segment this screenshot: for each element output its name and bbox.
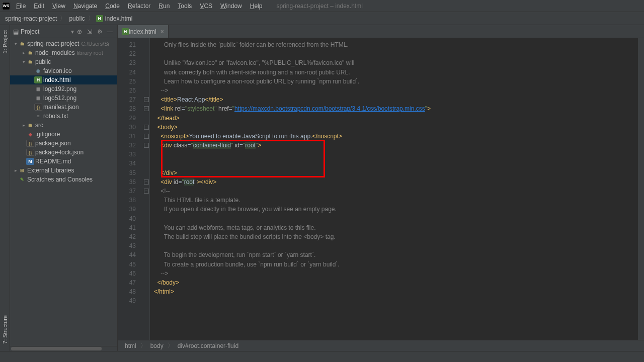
tree-item-label: package.json [35, 140, 71, 147]
code-editor[interactable]: 2122232425262728293031323334353637383940… [118, 38, 644, 340]
json-icon: {} [34, 104, 42, 111]
editor-area: H index.html × 2122232425262728293031323… [118, 25, 644, 351]
html-file-icon: H [122, 28, 129, 35]
breadcrumb-separator: 〉 [86, 14, 96, 23]
editor-tab-index-html[interactable]: H index.html × [118, 25, 169, 38]
tree-item-label: src [35, 122, 43, 129]
tree-item-src[interactable]: ▸🖿src [10, 121, 117, 130]
hide-button[interactable]: — [105, 27, 114, 36]
fold-gutter[interactable]: −−−−−−− [144, 38, 150, 340]
project-panel-header: ▤ Project ▾ ⊕ ⇲ ⚙ — [10, 25, 117, 38]
tree-item-label: manifest.json [43, 104, 79, 111]
horizontal-scrollbar[interactable] [10, 346, 117, 351]
menu-refactor[interactable]: Refactor [124, 2, 154, 11]
menu-vcs[interactable]: VCS [196, 2, 216, 11]
project-panel-title[interactable]: Project [21, 28, 70, 35]
menu-code[interactable]: Code [101, 2, 124, 11]
fold-marker[interactable]: − [144, 143, 149, 148]
settings-button[interactable]: ⚙ [95, 27, 104, 36]
tree-item-label: index.html [43, 76, 71, 83]
navigation-bar: spring-react-project 〉 public 〉 H index.… [0, 12, 644, 25]
structure-tool-tab[interactable]: 7: Structure [2, 312, 8, 347]
menu-help[interactable]: Help [246, 2, 267, 11]
html-file-icon: H [96, 15, 103, 22]
tree-item-scratches-and-consoles[interactable]: ✎Scratches and Consoles [10, 175, 117, 184]
menu-file[interactable]: File [12, 2, 30, 11]
fold-marker[interactable]: − [144, 189, 149, 194]
img-icon: ▦ [34, 85, 42, 93]
md-icon: M [26, 158, 34, 165]
tree-item-label: logo512.png [43, 95, 76, 102]
tree-item-readme-md[interactable]: MREADME.md [10, 157, 117, 166]
code-crumb[interactable]: html [124, 342, 137, 349]
chevron-icon[interactable]: ▸ [21, 123, 26, 128]
tree-item-label: public [35, 58, 51, 65]
close-tab-icon[interactable]: × [160, 28, 164, 35]
crumb-separator: 〉 [165, 341, 177, 350]
menu-navigate[interactable]: Navigate [69, 2, 101, 11]
chevron-icon[interactable]: ▸ [13, 168, 18, 173]
crumb-separator: 〉 [137, 341, 149, 350]
menu-view[interactable]: View [48, 2, 69, 11]
editor-breadcrumbs: html 〉 body 〉 div#root.container-fluid [118, 340, 644, 351]
tree-item-node-modules[interactable]: ▸🖿node_moduleslibrary root [10, 48, 117, 57]
chevron-icon[interactable]: ▾ [13, 41, 18, 46]
code-content[interactable]: Only files inside the `public` folder ca… [150, 38, 638, 340]
json-icon: {} [26, 149, 34, 156]
tree-item-label: Scratches and Consoles [27, 176, 93, 183]
tree-item-robots-txt[interactable]: ≡robots.txt [10, 112, 117, 121]
dropdown-icon[interactable]: ▾ [71, 28, 74, 35]
menu-window[interactable]: Window [216, 2, 246, 11]
menu-tools[interactable]: Tools [174, 2, 196, 11]
tree-item-label: spring-react-project [27, 40, 79, 47]
project-tree[interactable]: ▾🖿spring-react-projectC:\Users\Si▸🖿node_… [10, 38, 117, 346]
locate-button[interactable]: ⊕ [75, 27, 84, 36]
folder-icon: 🖿 [26, 58, 34, 65]
menu-bar: WS FileEditViewNavigateCodeRefactorRunTo… [0, 0, 644, 12]
fold-marker[interactable]: − [144, 134, 149, 139]
tree-item-spring-react-project[interactable]: ▾🖿spring-react-projectC:\Users\Si [10, 39, 117, 48]
tree-item-label: favicon.ico [43, 67, 72, 74]
tree-item-hint: library root [77, 50, 103, 56]
fold-marker[interactable]: − [144, 97, 149, 102]
breadcrumb-root[interactable]: spring-react-project [4, 15, 58, 22]
tree-item-package-json[interactable]: {}package.json [10, 139, 117, 148]
code-crumb[interactable]: div#root.container-fluid [177, 342, 239, 349]
tree-item--gitignore[interactable]: ◆.gitignore [10, 130, 117, 139]
json-icon: {} [26, 140, 34, 147]
breadcrumb-file[interactable]: index.html [104, 15, 134, 22]
tree-item-package-lock-json[interactable]: {}package-lock.json [10, 148, 117, 157]
status-bar [0, 351, 644, 362]
fold-marker[interactable]: − [144, 106, 149, 111]
tree-item-label: node_modules [35, 49, 75, 56]
tree-item-external-libraries[interactable]: ▸⊞External Libraries [10, 166, 117, 175]
expand-button[interactable]: ⇲ [85, 27, 94, 36]
img-icon: ▦ [34, 95, 42, 102]
tree-item-label: logo192.png [43, 85, 76, 93]
menu-edit[interactable]: Edit [30, 2, 48, 11]
tree-item-logo512-png[interactable]: ▦logo512.png [10, 94, 117, 103]
breadcrumb-folder[interactable]: public [68, 15, 86, 22]
project-tool-tab[interactable]: 1: Project [2, 27, 8, 56]
editor-tabs: H index.html × [118, 25, 644, 38]
breadcrumb-separator: 〉 [58, 14, 68, 23]
project-panel: ▤ Project ▾ ⊕ ⇲ ⚙ — ▾🖿spring-react-proje… [10, 25, 118, 351]
folder-icon: 🖿 [26, 122, 34, 129]
menu-run[interactable]: Run [154, 2, 174, 11]
tree-item-manifest-json[interactable]: {}manifest.json [10, 103, 117, 112]
code-crumb[interactable]: body [149, 342, 165, 349]
folder-icon: 🖿 [18, 40, 26, 47]
tree-item-public[interactable]: ▾🖿public [10, 57, 117, 66]
tree-item-favicon-ico[interactable]: ◉favicon.ico [10, 66, 117, 75]
lib-icon: ⊞ [18, 167, 26, 174]
fold-marker[interactable]: − [144, 125, 149, 130]
chevron-icon[interactable]: ▸ [21, 50, 26, 55]
tree-item-label: package-lock.json [35, 149, 84, 156]
scrollbar-thumb[interactable] [11, 347, 102, 350]
tree-item-index-html[interactable]: Hindex.html [10, 75, 117, 84]
fold-marker[interactable]: − [144, 179, 149, 185]
line-number-gutter: 2122232425262728293031323334353637383940… [118, 38, 144, 340]
chevron-icon[interactable]: ▾ [21, 59, 26, 64]
tree-item-logo192-png[interactable]: ▦logo192.png [10, 84, 117, 94]
project-icon: ▤ [13, 28, 19, 35]
